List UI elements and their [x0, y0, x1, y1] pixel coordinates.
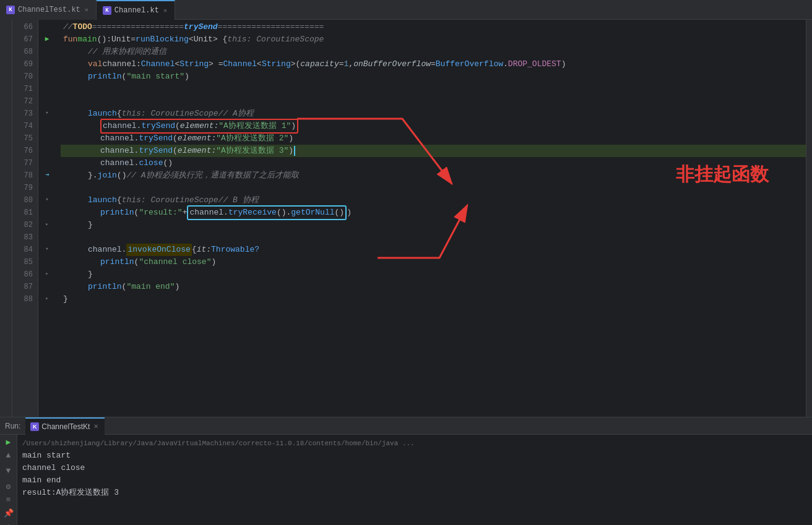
code-line-70: println ( "main start" ) — [61, 70, 806, 83]
code-line-74: channel. trySend ( element: "A协程发送数据 1" … — [61, 120, 806, 132]
fold-close-icon-88: ▸ — [45, 295, 48, 302]
code-line-76: channel. trySend ( element: "A协程发送数据 3" … — [61, 145, 806, 157]
output-path-line: /Users/shizhenjiang/Library/Java/JavaVir… — [22, 437, 807, 450]
code-line-75: channel. trySend ( element: "A协程发送数据 2" … — [61, 132, 806, 145]
code-line-72 — [61, 95, 806, 108]
annot-66 — [38, 20, 56, 32]
code-lines[interactable]: // TODO =================== trySend ====… — [56, 20, 806, 417]
code-line-69: val channel : Channel < String > = Chann… — [61, 58, 806, 70]
run-tab-label: ChannelTestKt — [41, 422, 90, 431]
code-line-73: launch { this: CoroutineScope // A协程 — [61, 108, 806, 120]
tab-channeltest-close[interactable]: ✕ — [84, 6, 90, 14]
code-line-86: } — [61, 268, 806, 281]
fold-84[interactable]: ▾ — [38, 242, 56, 255]
output-line-1: main start — [22, 450, 807, 462]
fold-73[interactable]: ▾ — [38, 106, 56, 119]
code-line-83 — [61, 231, 806, 244]
run-tab-close[interactable]: ✕ — [92, 422, 100, 430]
fold-82[interactable]: ▸ — [38, 218, 56, 230]
fold-88[interactable]: ▸ — [38, 292, 56, 304]
code-line-68: // 用来协程间的通信 — [61, 46, 806, 58]
run-play-button[interactable]: ▶ — [2, 437, 15, 447]
code-line-79 — [61, 182, 806, 194]
run-output: /Users/shizhenjiang/Library/Java/JavaVir… — [17, 435, 812, 525]
code-line-84: channel. invokeOnClose { it: Throwable? — [61, 244, 806, 256]
output-line-3: main end — [22, 474, 807, 487]
vertical-scrollbar[interactable] — [806, 20, 812, 417]
run-settings-icon[interactable]: ⚙ — [2, 482, 15, 492]
code-line-88: } — [61, 293, 806, 305]
code-line-82: } — [61, 219, 806, 231]
output-line-2: channel close — [22, 462, 807, 474]
run-pin-icon[interactable]: 📌 — [2, 508, 15, 518]
run-label: Run: — [5, 422, 20, 430]
line-numbers: 66 67 68 69 70 71 72 73 74 75 76 77 78 7… — [12, 20, 38, 417]
run-tab-channeltestkt[interactable]: K ChannelTestKt ✕ — [25, 417, 105, 435]
annot-67[interactable]: ▶ — [38, 32, 56, 45]
run-icon-67[interactable]: ▶ — [45, 35, 50, 43]
run-scroll-up[interactable]: ▲ — [2, 451, 15, 460]
run-content: ▶ ▲ ▼ ⚙ ≡ 📌 ⬇ /Users/shizhenjiang/Librar… — [0, 435, 812, 525]
tab-channeltest[interactable]: K ChannelTest.kt ✕ — [0, 0, 97, 20]
tab-channel-label: Channel.kt — [114, 6, 159, 15]
run-scroll-down[interactable]: ▼ — [2, 466, 15, 476]
code-line-85: println ( "channel close" ) — [61, 256, 806, 268]
step-icon-78: ⇥ — [45, 171, 49, 178]
run-tab-kt-icon: K — [30, 422, 39, 431]
code-line-77: channel. close () — [61, 157, 806, 169]
code-line-87: println ( "main end" ) — [61, 281, 806, 293]
fold-open-icon-80: ▾ — [45, 196, 48, 203]
fold-86[interactable]: ▸ — [38, 267, 56, 280]
editor-area: 66 67 68 69 70 71 72 73 74 75 76 77 78 7… — [0, 20, 812, 417]
tab-bar: K ChannelTest.kt ✕ K Channel.kt ✕ — [0, 0, 812, 20]
left-gutter — [0, 20, 12, 417]
fold-open-icon-84: ▾ — [45, 245, 48, 252]
fold-close-icon-82: ▸ — [45, 221, 48, 228]
output-line-4: result:A协程发送数据 3 — [22, 487, 807, 499]
code-line-81: println ( "result:" + channel. tryReceiv… — [61, 207, 806, 219]
run-list-icon[interactable]: ≡ — [2, 495, 15, 505]
fold-close-icon-86: ▸ — [45, 270, 48, 277]
code-line-80: launch { this: CoroutineScope // B 协程 — [61, 194, 806, 207]
code-line-78: }. join () // A协程必须执行完，通道有数据了之后才能取 — [61, 169, 806, 182]
run-left-icons: ▶ ▲ ▼ ⚙ ≡ 📌 ⬇ — [0, 435, 17, 525]
code-line-66: // TODO =================== trySend ====… — [61, 21, 806, 33]
kt-icon-2: K — [103, 6, 111, 15]
run-tab-bar: Run: K ChannelTestKt ✕ — [0, 417, 812, 435]
code-line-67: fun main () : Unit = runBlocking < Unit … — [61, 33, 806, 46]
code-editor[interactable]: 66 67 68 69 70 71 72 73 74 75 76 77 78 7… — [12, 20, 812, 417]
run-minimize-icon[interactable]: ⬇ — [2, 522, 15, 525]
annot-78[interactable]: ⇥ — [38, 168, 56, 181]
tab-channel-close[interactable]: ✕ — [162, 6, 168, 15]
tab-channel[interactable]: K Channel.kt ✕ — [97, 0, 175, 20]
tab-channeltest-label: ChannelTest.kt — [18, 6, 80, 14]
fold-80[interactable]: ▾ — [38, 193, 56, 205]
kt-icon: K — [6, 6, 15, 14]
fold-open-icon: ▾ — [45, 109, 48, 116]
code-line-71 — [61, 83, 806, 95]
bottom-panel: Run: K ChannelTestKt ✕ ▶ ▲ ▼ ⚙ ≡ 📌 ⬇ /Us… — [0, 417, 812, 525]
